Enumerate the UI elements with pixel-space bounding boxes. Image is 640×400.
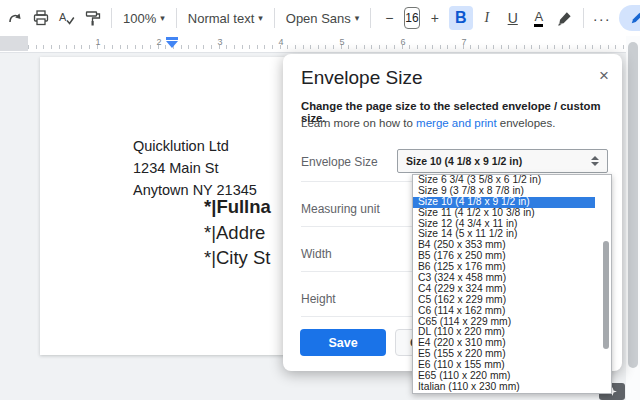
envelope-size-select[interactable]: Size 10 (4 1/8 x 9 1/2 in) [397,149,608,173]
ruler-number: 4 [275,37,287,47]
text-color-button[interactable]: A [527,6,551,30]
bold-button[interactable]: B [449,6,473,30]
height-label: Height [301,292,336,306]
indent-marker-icon[interactable] [166,41,178,48]
envelope-size-value: Size 10 (4 1/8 x 9 1/2 in) [406,155,591,167]
merge-field: *|Addre [204,220,271,246]
merge-and-print-link[interactable]: merge and print [416,117,497,129]
dialog-title: Envelope Size [301,67,422,89]
dropdown-scrollbar-thumb[interactable] [603,241,609,349]
dropdown-item[interactable]: C6 (114 x 162 mm) [413,306,595,317]
envelope-dropdown-list[interactable]: Size 6 3/4 (3 5/8 x 6 1/2 in)Size 9 (3 7… [412,174,612,394]
ruler-ticks [28,45,626,49]
font-size-input[interactable]: 16 [404,7,419,29]
merge-field: *|Fullna [204,194,271,220]
style-value: Normal text [188,11,254,26]
underline-button[interactable]: U [501,6,525,30]
redo-icon[interactable] [3,6,27,30]
spellcheck-icon[interactable]: A [55,6,79,30]
ruler-number: 3 [214,37,226,47]
toolbar-separator [274,8,275,28]
toolbar-separator [111,8,112,28]
dialog-learn-more: Learn more on how to merge and print env… [301,117,609,129]
envelope-size-label: Envelope Size [301,155,378,169]
ruler-number: 7 [458,37,470,47]
dropdown-item[interactable]: Size 11 (4 1/2 x 10 3/8 in) [413,208,595,219]
close-icon[interactable]: × [599,66,609,86]
toolbar-separator [583,8,584,28]
scrollbar-thumb[interactable] [628,42,638,368]
measuring-unit-label: Measuring unit [301,202,380,216]
toolbar-separator [176,8,177,28]
ruler-number: 2 [153,37,165,47]
ruler-number: 6 [397,37,409,47]
address-line: 1234 Main St [133,157,257,179]
merge-field: *|City St [204,245,271,271]
editing-mode-button[interactable]: ▾ [619,5,640,31]
more-options-button[interactable]: ··· [590,6,614,30]
zoom-value: 100% [123,11,156,26]
dropdown-item[interactable]: Italian (110 x 230 mm) [413,382,595,393]
font-value: Open Sans [286,11,351,26]
sender-address-block: Quicklution Ltd 1234 Main St Anytown NY … [133,135,257,201]
ruler-number: 1 [92,37,104,47]
paint-format-icon[interactable] [81,6,105,30]
ruler[interactable]: 1234567 [0,36,640,53]
zoom-select[interactable]: 100% ▾ [117,6,171,30]
increase-font-size-button[interactable]: + [423,6,447,30]
chevron-down-icon: ▾ [258,13,263,23]
svg-text:A: A [59,11,67,23]
width-label: Width [301,247,332,261]
save-button[interactable]: Save [300,329,386,356]
vertical-scrollbar[interactable] [626,36,640,400]
ruler-number: 5 [336,37,348,47]
chevron-down-icon: ▾ [355,13,360,23]
select-updown-icon [591,156,599,166]
paragraph-style-select[interactable]: Normal text ▾ [182,6,269,30]
ruler-margin-block [0,36,28,51]
toolbar-separator [370,8,371,28]
decrease-font-size-button[interactable]: − [377,6,401,30]
chevron-down-icon: ▾ [160,13,165,23]
address-line: Quicklution Ltd [133,135,257,157]
merge-field-block: *|Fullna *|Addre *|City St [204,194,271,271]
pen-icon [630,11,640,25]
indent-marker-bar[interactable] [166,37,178,40]
font-select[interactable]: Open Sans ▾ [280,6,366,30]
highlight-color-icon[interactable] [553,6,577,30]
print-icon[interactable] [29,6,53,30]
italic-button[interactable]: I [475,6,499,30]
toolbar: A 100% ▾ Normal text ▾ Open Sans ▾ − 16 … [0,0,640,36]
